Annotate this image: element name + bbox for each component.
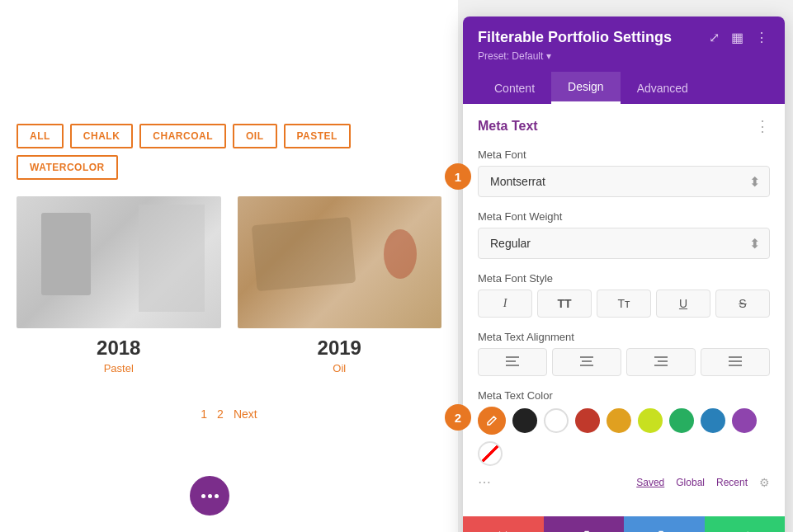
filter-pastel[interactable]: PASTEL [284, 124, 351, 148]
page-next[interactable]: Next [234, 407, 257, 421]
tab-content[interactable]: Content [478, 72, 551, 104]
svg-rect-4 [582, 360, 592, 362]
color-swatch-blue[interactable] [701, 408, 725, 433]
section-menu-button[interactable]: ⋮ [755, 117, 770, 135]
filter-watercolor[interactable]: WATERCOLOR [17, 155, 118, 180]
color-tab-global[interactable]: Global [676, 477, 705, 488]
dot-2 [208, 494, 212, 498]
svg-rect-8 [654, 365, 668, 366]
portfolio-thumbnail-1 [238, 196, 442, 328]
filter-charcoal[interactable]: CHARCOAL [139, 124, 226, 148]
panel-preset[interactable]: Preset: Default ▾ [478, 50, 770, 62]
meta-font-select-wrapper: Montserrat ⬍ [478, 166, 770, 197]
portfolio-category-0: Pastel [17, 362, 221, 374]
floating-dots-button[interactable] [190, 476, 229, 516]
portfolio-item-1[interactable]: 2019 Oil [238, 196, 442, 374]
meta-text-color-label: Meta Text Color [478, 389, 770, 402]
color-tabs-row: ⋯ Saved Global Recent ⚙ [478, 474, 770, 490]
align-left[interactable] [478, 348, 547, 376]
step-badge-1: 1 [445, 163, 471, 190]
svg-rect-1 [506, 360, 516, 362]
svg-rect-2 [506, 365, 519, 366]
meta-font-weight-label: Meta Font Weight [478, 210, 770, 223]
font-style-buttons: I TT Tт U S [478, 290, 770, 318]
grid-icon-button[interactable]: ▦ [729, 28, 745, 47]
svg-rect-11 [729, 365, 742, 366]
color-swatch-yellow[interactable] [607, 408, 631, 433]
preset-arrow: ▾ [546, 50, 551, 62]
page-2[interactable]: 2 [217, 407, 224, 421]
portfolio-thumbnail-0 [17, 196, 221, 328]
svg-rect-9 [729, 356, 742, 358]
meta-text-color-section: Meta Text Color ⋯ Sa [478, 389, 770, 490]
filter-bar: ALL CHALK CHARCOAL OIL PASTEL WATERCOLOR [17, 124, 441, 180]
action-bar: ✕ ↺ ↻ ✓ [463, 516, 785, 532]
meta-font-weight-select[interactable]: Regular [478, 228, 770, 259]
color-swatch-green[interactable] [669, 408, 694, 433]
portfolio-year-0: 2018 [17, 337, 221, 360]
pagination: 1 2 Next [17, 407, 441, 421]
color-swatch-purple[interactable] [732, 408, 757, 433]
portfolio-area: ALL CHALK CHARCOAL OIL PASTEL WATERCOLOR… [0, 0, 458, 532]
color-picker-active[interactable] [478, 407, 506, 435]
align-center[interactable] [552, 348, 621, 376]
save-button[interactable]: ✓ [705, 516, 786, 532]
color-tab-saved[interactable]: Saved [636, 477, 664, 488]
color-swatch-transparent[interactable] [478, 441, 503, 466]
settings-panel: Filterable Portfolio Settings ⤢ ▦ ⋮ Pres… [463, 16, 785, 532]
panel-icon-group: ⤢ ▦ ⋮ [707, 28, 770, 47]
page-1[interactable]: 1 [201, 407, 207, 421]
style-caps[interactable]: Tт [597, 290, 651, 318]
dot-1 [201, 494, 205, 498]
cancel-button[interactable]: ✕ [463, 516, 544, 532]
expand-icon-button[interactable]: ⤢ [707, 28, 721, 47]
tab-advanced[interactable]: Advanced [621, 72, 705, 104]
svg-rect-10 [729, 360, 742, 362]
align-justify[interactable] [701, 348, 770, 376]
style-underline[interactable]: U [656, 290, 710, 318]
more-icon-button[interactable]: ⋮ [753, 28, 770, 47]
color-swatch-lime[interactable] [638, 408, 663, 433]
meta-font-select[interactable]: Montserrat [478, 166, 770, 197]
meta-text-alignment-label: Meta Text Alignment [478, 331, 770, 343]
text-alignment-buttons [478, 348, 770, 376]
svg-rect-5 [580, 365, 593, 366]
meta-font-label: Meta Font [478, 148, 770, 161]
color-swatch-red[interactable] [575, 408, 600, 433]
color-swatches-row [478, 407, 770, 466]
panel-tabs: Content Design Advanced [478, 72, 770, 104]
portfolio-category-1: Oil [238, 362, 442, 374]
color-tab-recent[interactable]: Recent [716, 477, 748, 488]
portfolio-year-1: 2019 [238, 337, 442, 360]
color-settings-gear-icon[interactable]: ⚙ [759, 476, 770, 489]
svg-rect-6 [654, 356, 668, 358]
style-bold[interactable]: TT [537, 290, 592, 318]
panel-body: Meta Text ⋮ Meta Font Montserrat ⬍ Meta … [463, 104, 785, 516]
section-header: Meta Text ⋮ [478, 117, 770, 135]
meta-font-weight-select-wrapper: Regular ⬍ [478, 228, 770, 259]
portfolio-item-0[interactable]: 2018 Pastel [17, 196, 221, 374]
filter-all[interactable]: ALL [17, 124, 64, 148]
svg-rect-0 [506, 356, 519, 358]
panel-title: Filterable Portfolio Settings [478, 29, 672, 46]
color-more-dots[interactable]: ⋯ [478, 474, 491, 490]
color-swatch-white[interactable] [544, 408, 569, 433]
style-strikethrough[interactable]: S [715, 290, 770, 318]
color-swatch-black[interactable] [512, 408, 537, 433]
meta-font-style-label: Meta Font Style [478, 272, 770, 285]
filter-chalk[interactable]: CHALK [70, 124, 134, 148]
svg-rect-3 [580, 356, 593, 358]
style-italic[interactable]: I [478, 290, 532, 318]
preset-label: Preset: Default [478, 50, 543, 62]
align-right[interactable] [626, 348, 696, 376]
dot-3 [215, 494, 219, 498]
filter-oil[interactable]: OIL [233, 124, 277, 148]
redo-button[interactable]: ↻ [624, 516, 705, 532]
portfolio-grid: 2018 Pastel 2019 Oil [17, 196, 441, 374]
panel-title-row: Filterable Portfolio Settings ⤢ ▦ ⋮ [478, 28, 770, 47]
tab-design[interactable]: Design [551, 72, 621, 104]
svg-rect-7 [658, 360, 668, 362]
undo-button[interactable]: ↺ [544, 516, 625, 532]
section-title: Meta Text [478, 119, 538, 134]
panel-header: Filterable Portfolio Settings ⤢ ▦ ⋮ Pres… [463, 16, 785, 104]
